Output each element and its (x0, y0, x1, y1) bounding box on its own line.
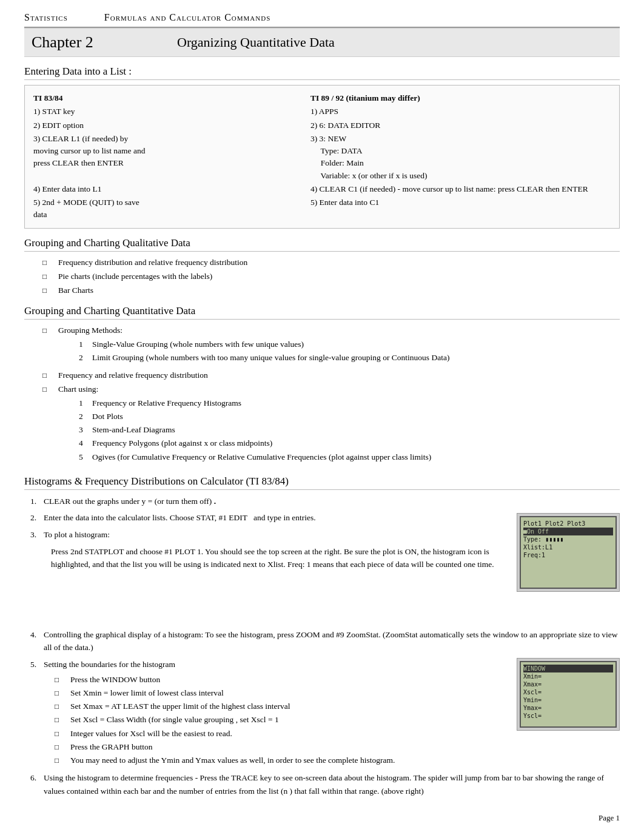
chapter-banner: Chapter 2 Organizing Quantitative Data (24, 28, 620, 57)
bullet-icon: □ (55, 728, 67, 739)
calc-screen-image-2: WINDOW Xmin= Xmax= Xscl= Ymin= Ymax= Ysc… (517, 658, 620, 731)
chart-sub-item-2: Stem-and-Leaf Diagrams (92, 424, 175, 436)
bullet-icon: □ (42, 384, 55, 395)
item-text-3: To plot a histogram: (44, 528, 508, 542)
item-text-6: Using the histogram to determine frequen… (44, 771, 620, 797)
chapter-title: Organizing Quantitative Data (177, 35, 335, 50)
list-item: □ Integer values for Xscl will be the ea… (24, 728, 508, 740)
calc-line: Type: ▮▮▮▮▮ (523, 535, 613, 543)
list-item: □ Press the GRAPH button (24, 741, 508, 753)
chart-sub-list: 1 Frequency or Relative Frequency Histog… (42, 397, 431, 464)
sub-item-3: Set Xscl = Class Width (for single value… (70, 714, 279, 726)
nested-num: 2 (79, 352, 92, 364)
item-text-5: Setting the boundaries for the histogram (44, 658, 175, 671)
entering-data-box: TI 83/84 TI 89 / 92 (titanium may differ… (24, 85, 620, 229)
chapter-number: Chapter 2 (32, 33, 129, 52)
list-item: □ Chart using: 1 Frequency or Relative F… (24, 383, 620, 467)
list-item: □ Bar Charts (24, 284, 620, 297)
ti83-item-3: 3) CLEAR L1 (if needed) bymoving cursor … (33, 132, 310, 183)
list-item: □ Frequency distribution and relative fr… (24, 257, 620, 269)
list-item: 1. CLEAR out the graphs under y = (or tu… (24, 495, 620, 508)
calc-line: ■On Off (523, 528, 613, 535)
calc-line: Xmin= (523, 672, 613, 680)
histogram-section: Plot1 Plot2 Plot3 ■On Off Type: ▮▮▮▮▮ Xl… (24, 495, 620, 628)
section-heading-qualitative: Grouping and Charting Qualitative Data (24, 237, 620, 252)
nested-num: 1 (79, 397, 92, 409)
bullet-icon: □ (55, 674, 67, 685)
nested-num: 1 (79, 338, 92, 350)
list-item: □ Frequency and relative frequency distr… (24, 369, 620, 381)
sub-item-2: Set Xmax = AT LEAST the upper limit of t… (70, 700, 290, 713)
ti89-item-5: 5) Enter data into C1 (310, 196, 611, 222)
bullet-icon: □ (42, 257, 55, 268)
list-item: □ You may need to adjust the Ymin and Ym… (24, 754, 508, 766)
nested-num: 3 (79, 424, 92, 436)
grouping-methods-label: Grouping Methods: (58, 324, 122, 337)
calc-line: Xlist:L1 (523, 543, 613, 551)
list-item: 2 Dot Plots (42, 411, 431, 423)
sub-item-1: Set Xmin = lower limit of lowest class i… (70, 687, 224, 699)
freq-dist-label: Frequency and relative frequency distrib… (58, 369, 208, 381)
item-text-1: CLEAR out the graphs under y = (or turn … (44, 495, 508, 508)
chart-sub-item-1: Dot Plots (92, 411, 123, 423)
list-item: □ Set Xmin = lower limit of lowest class… (24, 687, 508, 699)
chart-sub-item-4: Ogives (for Cumulative Frequency or Rela… (92, 451, 431, 463)
ti83-item-2: 2) EDIT option (33, 119, 310, 132)
page-number: Page 1 (599, 813, 620, 823)
list-item: 4 Frequency Polygons (plot against x or … (42, 437, 431, 449)
item-num-3: 3. (30, 528, 44, 542)
page: Statistics Formulas and Calculator Comma… (0, 0, 644, 835)
calc-screen-image-1: Plot1 Plot2 Plot3 ■On Off Type: ▮▮▮▮▮ Xl… (517, 513, 620, 592)
section-heading-histograms: Histograms & Frequency Distributions on … (24, 475, 620, 490)
bullet-icon: □ (55, 714, 67, 725)
calc-screen-display-1: Plot1 Plot2 Plot3 ■On Off Type: ▮▮▮▮▮ Xl… (520, 516, 617, 589)
list-item: 1 Single-Value Grouping (whole numbers w… (42, 338, 449, 350)
qualitative-item-1: Pie charts (include percentages with the… (58, 270, 212, 283)
item-text-2: Enter the data into the calculator lists… (44, 511, 508, 525)
calc-line: Yscl= (523, 712, 613, 720)
qualitative-item-2: Bar Charts (58, 284, 93, 297)
sub-item-4: Integer values for Xscl will be the easi… (70, 728, 232, 740)
chart-using-label: Chart using: (58, 383, 98, 395)
nested-num: 5 (79, 451, 92, 463)
qualitative-item-0: Frequency distribution and relative freq… (58, 257, 247, 269)
quantitative-list: □ Grouping Methods: 1 Single-Value Group… (24, 324, 620, 467)
chart-sub-item-3: Frequency Polygons (plot against x or cl… (92, 437, 272, 449)
item-6-row: 6. Using the histogram to determine freq… (24, 771, 620, 797)
ti89-item-1: 1) APPS (310, 105, 611, 118)
calc-line: WINDOW (523, 665, 613, 672)
header-left: Statistics (24, 12, 68, 23)
bullet-icon: □ (42, 325, 55, 336)
ti89-header: TI 89 / 92 (titanium may differ) (310, 92, 611, 105)
header-right: Formulas and Calculator Commands (104, 12, 271, 23)
bullet-icon: □ (55, 701, 67, 712)
ti83-header: TI 83/84 (33, 92, 310, 105)
item-num-4: 4. (30, 628, 44, 642)
list-item: 2 Limit Grouping (whole numbers with too… (42, 352, 449, 364)
list-item: □ Pie charts (include percentages with t… (24, 270, 620, 283)
bullet-icon: □ (42, 285, 55, 296)
ti89-item-4: 4) CLEAR C1 (if needed) - move cursor up… (310, 183, 611, 196)
grouping-sub-item-0: Single-Value Grouping (whole numbers wit… (92, 338, 304, 350)
sub-item-5: Press the GRAPH button (70, 741, 152, 753)
list-item: 5 Ogives (for Cumulative Frequency or Re… (42, 451, 431, 463)
list-item: □ Set Xmax = AT LEAST the upper limit of… (24, 700, 508, 713)
list-item: □ Press the WINDOW button (24, 674, 508, 686)
bullet-icon: □ (55, 742, 67, 753)
ti89-item-3: 3) 3: NEW Type: DATA Folder: Main Variab… (310, 132, 611, 183)
list-item: 3 Stem-and-Leaf Diagrams (42, 424, 431, 436)
list-item: □ Grouping Methods: 1 Single-Value Group… (24, 324, 620, 367)
calc-screen-display-2: WINDOW Xmin= Xmax= Xscl= Ymin= Ymax= Ysc… (520, 661, 617, 728)
list-item: 1 Frequency or Relative Frequency Histog… (42, 397, 431, 409)
calc-line: Xmax= (523, 680, 613, 688)
sub-item-6: You may need to adjust the Ymin and Ymax… (70, 754, 395, 766)
chart-sub-item-0: Frequency or Relative Frequency Histogra… (92, 397, 241, 409)
list-item: □ Set Xscl = Class Width (for single val… (24, 714, 508, 726)
grouping-sub-item-1: Limit Grouping (whole numbers with too m… (92, 352, 449, 364)
calc-line: Ymax= (523, 704, 613, 712)
item-num-1: 1. (30, 495, 44, 508)
bullet-icon: □ (55, 688, 67, 699)
calc-line: Plot1 Plot2 Plot3 (523, 520, 613, 528)
item-num-5: 5. (30, 658, 44, 671)
calc-line: Freq:1 (523, 551, 613, 559)
